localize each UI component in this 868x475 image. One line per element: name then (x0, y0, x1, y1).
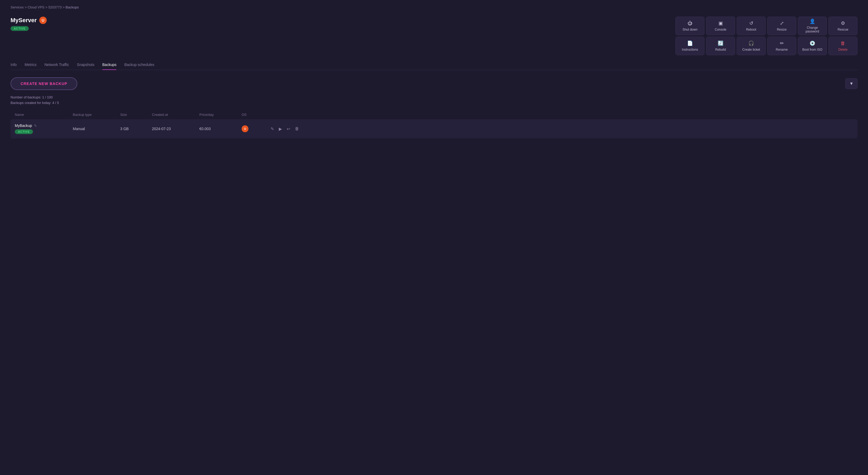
col-name: Name (15, 113, 73, 117)
create-ticket-label: Create ticket (742, 48, 760, 52)
backup-status-badge: ACTIVE (15, 129, 33, 134)
console-button[interactable]: ▣ Console (706, 17, 735, 35)
password-icon: 👤 (809, 19, 815, 24)
boot-from-iso-button[interactable]: 💿 Boot from ISO (798, 37, 827, 55)
resize-button[interactable]: ⤢ Resize (767, 17, 796, 35)
col-price-day: Price/day (199, 113, 242, 117)
tab-backup-schedules[interactable]: Backup schedules (124, 63, 154, 70)
tab-info[interactable]: Info (10, 63, 17, 70)
reboot-icon: ↺ (749, 20, 753, 26)
filter-button[interactable]: ▼ (845, 78, 858, 89)
breadcrumb-current: Backups (66, 5, 79, 9)
tab-snapshots[interactable]: Snapshots (77, 63, 94, 70)
rescue-icon: ⚙ (841, 20, 845, 26)
server-header: MyServer U ACTIVE ⏻ Shut down ▣ Console … (10, 17, 858, 55)
backups-today: Backups created for today: 4 / 5 (10, 101, 858, 105)
delete-icon: 🗑 (841, 41, 845, 46)
edit-name-icon[interactable]: ✎ (34, 124, 37, 128)
col-backup-type: Backup type (73, 113, 120, 117)
page-container: Services > Cloud VPS > 5203773 > Backups… (0, 0, 868, 145)
rescue-label: Rescue (838, 28, 848, 31)
reboot-label: Reboot (746, 28, 756, 31)
backup-price-cell: €0.003 (199, 127, 242, 131)
resize-label: Resize (777, 28, 787, 31)
top-bar: CREATE NEW BACKUP ▼ (10, 77, 858, 90)
backup-name-cell: MyBackup ✎ ACTIVE (15, 123, 73, 134)
create-new-backup-button[interactable]: CREATE NEW BACKUP (10, 77, 77, 90)
filter-icon: ▼ (849, 81, 854, 86)
instructions-button[interactable]: 📄 Instructions (676, 37, 705, 55)
backup-os-cell: U (242, 125, 268, 132)
create-ticket-button[interactable]: 🎧 Create ticket (737, 37, 766, 55)
rename-label: Rename (776, 48, 787, 52)
col-actions (268, 113, 300, 117)
backup-type-cell: Manual (73, 127, 120, 131)
backup-edit-button[interactable]: ✎ (270, 126, 275, 132)
col-created-at: Created at (152, 113, 199, 117)
change-password-label: Change password (800, 26, 825, 33)
ticket-icon: 🎧 (748, 40, 754, 46)
iso-icon: 💿 (809, 40, 815, 46)
tab-metrics[interactable]: Metrics (25, 63, 36, 70)
backup-created-at-cell: 2024-07-23 (152, 127, 199, 131)
instructions-label: Instructions (682, 48, 698, 52)
backup-size-cell: 3 GB (120, 127, 152, 131)
breadcrumb-server-id[interactable]: 5203773 (48, 5, 62, 9)
col-os: OS (242, 113, 268, 117)
table-row: MyBackup ✎ ACTIVE Manual 3 GB 2024-07-23… (10, 119, 858, 138)
backup-restore-button[interactable]: ▶ (278, 126, 282, 132)
rebuild-label: Rebuild (715, 48, 726, 52)
nav-tabs: Info Metrics Network Traffic Snapshots B… (10, 63, 858, 70)
delete-label: Delete (838, 48, 848, 52)
backup-os-icon: U (242, 125, 248, 132)
ubuntu-icon: U (39, 17, 47, 24)
shut-down-button[interactable]: ⏻ Shut down (676, 17, 705, 35)
resize-icon: ⤢ (780, 20, 784, 26)
backup-name-row: MyBackup ✎ (15, 123, 37, 128)
delete-button[interactable]: 🗑 Delete (829, 37, 858, 55)
backup-stats: Number of backups: 1 / 100 Backups creat… (10, 95, 858, 105)
row-actions: ✎ ▶ ↩ 🗑 (268, 126, 300, 132)
console-icon: ▣ (718, 20, 723, 26)
server-name-row: MyServer U (10, 17, 47, 24)
boot-from-iso-label: Boot from ISO (802, 48, 823, 52)
shut-down-label: Shut down (683, 28, 698, 31)
status-badge: ACTIVE (10, 26, 29, 31)
backup-rollback-button[interactable]: ↩ (286, 126, 291, 132)
server-info: MyServer U ACTIVE (10, 17, 47, 31)
power-icon: ⏻ (688, 21, 692, 26)
tab-backups[interactable]: Backups (102, 63, 117, 70)
breadcrumb: Services > Cloud VPS > 5203773 > Backups (10, 5, 858, 9)
backup-name: MyBackup (15, 123, 32, 128)
change-password-button[interactable]: 👤 Change password (798, 17, 827, 35)
rename-button[interactable]: ✏ Rename (767, 37, 796, 55)
rebuild-button[interactable]: 🔄 Rebuild (706, 37, 735, 55)
table-header: Name Backup type Size Created at Price/d… (10, 110, 858, 119)
rename-icon: ✏ (780, 40, 784, 46)
rebuild-icon: 🔄 (718, 40, 723, 46)
breadcrumb-services[interactable]: Services (10, 5, 24, 9)
console-label: Console (715, 28, 726, 31)
backup-delete-button[interactable]: 🗑 (294, 126, 300, 132)
col-size: Size (120, 113, 152, 117)
backups-count: Number of backups: 1 / 100 (10, 95, 858, 99)
instructions-icon: 📄 (687, 40, 693, 46)
rescue-button[interactable]: ⚙ Rescue (829, 17, 858, 35)
breadcrumb-cloud-vps[interactable]: Cloud VPS (28, 5, 44, 9)
content-area: CREATE NEW BACKUP ▼ Number of backups: 1… (10, 77, 858, 138)
server-name: MyServer (10, 17, 37, 24)
tab-network-traffic[interactable]: Network Traffic (44, 63, 69, 70)
action-buttons-grid: ⏻ Shut down ▣ Console ↺ Reboot ⤢ Resize … (676, 17, 858, 55)
reboot-button[interactable]: ↺ Reboot (737, 17, 766, 35)
